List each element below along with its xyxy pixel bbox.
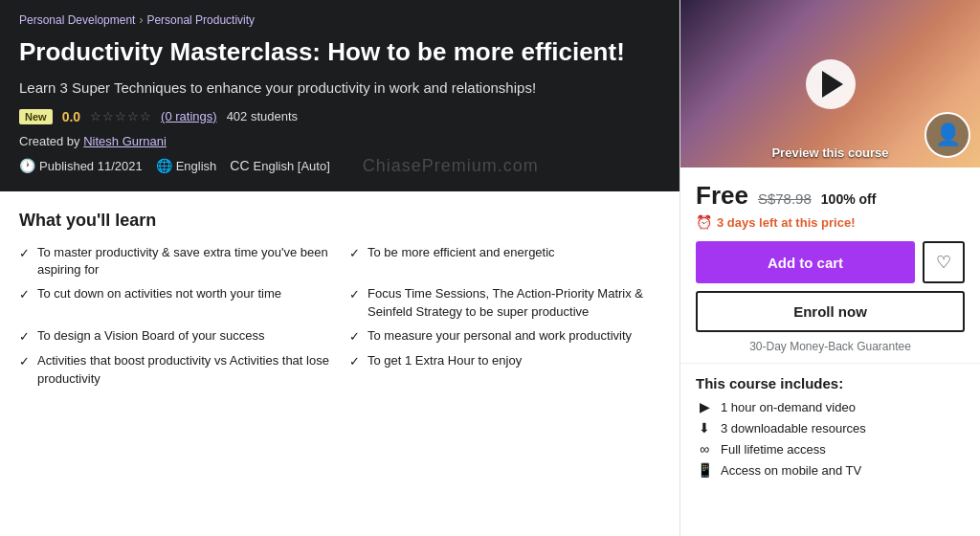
learn-text-l4: Activities that boost productivity vs Ac… bbox=[37, 352, 330, 389]
breadcrumb: Personal Development › Personal Producti… bbox=[19, 13, 660, 27]
star-5: ☆ bbox=[140, 109, 151, 123]
includes-title: This course includes: bbox=[696, 375, 965, 391]
meta-row: 🕐 Published 11/2021 🌐 English CC English… bbox=[19, 156, 660, 176]
meta-published: 🕐 Published 11/2021 bbox=[19, 158, 143, 173]
free-price: Free bbox=[696, 181, 748, 211]
stars: ☆ ☆ ☆ ☆ ☆ bbox=[90, 109, 151, 123]
learn-text-r2: Focus Time Sessions, The Action-Priority… bbox=[368, 285, 660, 322]
check-icon-l3: ✓ bbox=[19, 328, 30, 346]
enroll-now-button[interactable]: Enroll now bbox=[696, 291, 965, 332]
course-header: Personal Development › Personal Producti… bbox=[0, 0, 679, 191]
urgency-text: 3 days left at this price! bbox=[717, 215, 856, 230]
check-icon-r4: ✓ bbox=[349, 353, 360, 371]
alarm-icon: ⏰ bbox=[696, 214, 712, 230]
author-row: Created by Nitesh Gurnani bbox=[19, 134, 660, 148]
star-3: ☆ bbox=[115, 109, 126, 123]
published-text: Published 11/2021 bbox=[39, 159, 143, 173]
learn-text-r4: To get 1 Extra Hour to enjoy bbox=[368, 352, 522, 370]
learn-title: What you'll learn bbox=[19, 211, 660, 231]
heart-icon: ♡ bbox=[936, 252, 951, 273]
new-badge: New bbox=[19, 109, 53, 124]
learn-grid: ✓ To master productivity & save extra ti… bbox=[19, 244, 660, 389]
check-icon-l1: ✓ bbox=[19, 245, 30, 263]
check-icon-l4: ✓ bbox=[19, 353, 30, 371]
include-item-3: 📱 Access on mobile and TV bbox=[696, 462, 965, 478]
globe-icon: 🌐 bbox=[156, 158, 172, 173]
preview-label: Preview this course bbox=[680, 145, 980, 160]
star-2: ☆ bbox=[102, 109, 114, 123]
urgency-row: ⏰ 3 days left at this price! bbox=[696, 214, 965, 230]
captions-icon: CC bbox=[230, 158, 249, 173]
video-icon: ▶ bbox=[696, 399, 713, 414]
play-button[interactable] bbox=[806, 59, 856, 109]
right-panel: 👤 Preview this course Free S$78.98 100% … bbox=[679, 0, 980, 536]
include-text-0: 1 hour on-demand video bbox=[721, 400, 856, 414]
breadcrumb-parent[interactable]: Personal Development bbox=[19, 13, 135, 27]
learn-item-r1: ✓ To be more efficient and energetic bbox=[349, 244, 660, 280]
check-icon-l2: ✓ bbox=[19, 286, 30, 304]
students-count: 402 students bbox=[227, 109, 298, 123]
price-row: Free S$78.98 100% off bbox=[696, 181, 965, 211]
rating-row: New 0.0 ☆ ☆ ☆ ☆ ☆ (0 ratings) 402 studen… bbox=[19, 109, 660, 124]
learn-item-l4: ✓ Activities that boost productivity vs … bbox=[19, 352, 330, 389]
course-subtitle: Learn 3 Super Techniques to enhance your… bbox=[19, 78, 660, 98]
language-text: English bbox=[176, 159, 217, 173]
mobile-icon: 📱 bbox=[696, 462, 713, 478]
course-preview[interactable]: 👤 Preview this course bbox=[680, 0, 980, 168]
learn-item-l2: ✓ To cut down on activities not worth yo… bbox=[19, 285, 330, 322]
discount-pct: 100% off bbox=[821, 191, 877, 207]
pricing-section: Free S$78.98 100% off ⏰ 3 days left at t… bbox=[680, 168, 980, 364]
check-icon-r3: ✓ bbox=[349, 328, 360, 346]
wishlist-button[interactable]: ♡ bbox=[923, 241, 965, 283]
learn-text-l2: To cut down on activities not worth your… bbox=[37, 285, 281, 303]
author-label: Created by bbox=[19, 134, 80, 148]
original-price: S$78.98 bbox=[758, 190, 812, 207]
star-4: ☆ bbox=[127, 109, 139, 123]
learn-item-r4: ✓ To get 1 Extra Hour to enjoy bbox=[349, 352, 660, 389]
rating-score: 0.0 bbox=[62, 109, 80, 124]
learn-item-r3: ✓ To measure your personal and work prod… bbox=[349, 327, 660, 346]
includes-section: This course includes: ▶ 1 hour on-demand… bbox=[680, 364, 980, 493]
play-icon bbox=[822, 71, 843, 98]
btn-row: Add to cart ♡ bbox=[696, 241, 965, 283]
rating-count[interactable]: (0 ratings) bbox=[161, 109, 217, 123]
learn-item-l1: ✓ To master productivity & save extra ti… bbox=[19, 244, 330, 280]
learn-text-l1: To master productivity & save extra time… bbox=[37, 244, 330, 280]
learn-item-l3: ✓ To design a Vision Board of your succe… bbox=[19, 327, 330, 346]
include-item-2: ∞ Full lifetime access bbox=[696, 441, 965, 457]
check-icon-r2: ✓ bbox=[349, 286, 360, 304]
left-panel: Personal Development › Personal Producti… bbox=[0, 0, 679, 536]
meta-captions: CC English [Auto] bbox=[230, 158, 329, 173]
include-text-1: 3 downloadable resources bbox=[721, 421, 866, 436]
learn-text-l3: To design a Vision Board of your success bbox=[37, 327, 265, 346]
breadcrumb-separator: › bbox=[139, 13, 143, 27]
captions-text: English [Auto] bbox=[254, 159, 330, 173]
download-icon: ⬇ bbox=[696, 420, 713, 436]
author-link[interactable]: Nitesh Gurnani bbox=[83, 134, 167, 148]
calendar-icon: 🕐 bbox=[19, 158, 35, 173]
meta-language: 🌐 English bbox=[156, 158, 217, 173]
learn-text-r1: To be more efficient and energetic bbox=[368, 244, 555, 262]
content-section: What you'll learn ✓ To master productivi… bbox=[0, 191, 679, 537]
include-item-0: ▶ 1 hour on-demand video bbox=[696, 399, 965, 414]
check-icon-r1: ✓ bbox=[349, 245, 360, 263]
include-item-1: ⬇ 3 downloadable resources bbox=[696, 420, 965, 436]
course-title: Productivity Masterclass: How to be more… bbox=[19, 36, 660, 68]
watermark: ChiasePremium.com bbox=[363, 156, 539, 176]
learn-text-r3: To measure your personal and work produc… bbox=[368, 327, 632, 346]
include-text-2: Full lifetime access bbox=[721, 442, 826, 457]
infinity-icon: ∞ bbox=[696, 441, 713, 457]
star-1: ☆ bbox=[90, 109, 101, 123]
money-back-text: 30-Day Money-Back Guarantee bbox=[696, 340, 965, 353]
learn-item-r2: ✓ Focus Time Sessions, The Action-Priori… bbox=[349, 285, 660, 322]
add-to-cart-button[interactable]: Add to cart bbox=[696, 241, 915, 283]
include-text-3: Access on mobile and TV bbox=[721, 463, 861, 478]
breadcrumb-current: Personal Productivity bbox=[146, 13, 255, 27]
